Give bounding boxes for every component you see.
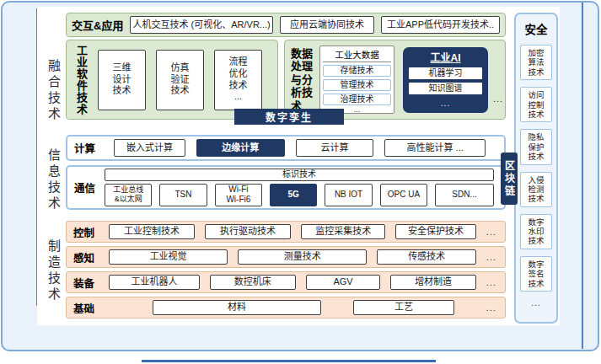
encryption-box: 加密 算法 技术 <box>520 45 552 80</box>
hpc-box: 高性能计算 ... <box>384 139 486 157</box>
side-label-mfg-tech: 制造技术 <box>44 228 62 315</box>
perception-more: ... <box>486 252 496 262</box>
software-boxes: 三维 设计 技术 仿真 验证 技术 流程 优化 技术 ... <box>98 50 262 110</box>
control-more: ... <box>486 227 496 237</box>
data-analysis-panel: 数据处理与分析技术 工业大数据 存储技术 管理技术 治理技术 ... 工业AI … <box>284 40 506 120</box>
cloud-collab-box: 应用云端协同技术 <box>280 16 374 34</box>
opcua-box: OPC UA <box>380 184 427 206</box>
digital-twin-bar: 数字孪生 <box>234 109 344 125</box>
right-accent-line <box>582 3 583 349</box>
simulation-box: 仿真 验证 技术 <box>156 50 204 110</box>
interaction-app-label: 交互&应用 <box>72 17 123 33</box>
signature-box: 数字 签名 技术 <box>520 256 552 292</box>
craft-process-box: 工艺 <box>353 300 454 315</box>
tsn-box: TSN <box>159 184 207 206</box>
industrial-robot-box: 工业机器人 <box>109 275 200 290</box>
compute-row: 计算 嵌入式计算 边缘计算 云计算 高性能计算 ... <box>66 135 506 161</box>
machine-learning-box: 机器学习 <box>409 67 482 79</box>
foundation-more: ... <box>486 302 496 313</box>
industrial-ai-title: 工业AI <box>409 50 482 64</box>
communication-boxes: 工业总线 &以太网 TSN Wi-Fi Wi-Fi6 5G NB IOT OPC… <box>105 184 494 206</box>
diagram-panel: 融合技术 信息技术 制造技术 交互&应用 人机交互技术 (可视化、AR/VR..… <box>37 7 560 325</box>
additive-mfg-box: 增材制造 <box>390 275 475 290</box>
data-panel-more: ... <box>493 94 503 119</box>
safety-protect-box: 安全保护技术 <box>395 224 476 239</box>
side-label-info-tech: 信息技术 <box>44 136 62 224</box>
hmi-tech-box: 人机交互技术 (可视化、AR/VR...) <box>130 16 272 34</box>
mgmt-tech-box: 管理技术 <box>323 79 391 91</box>
wifi-box: Wi-Fi Wi-Fi6 <box>215 184 262 206</box>
sdn-box: SDN... <box>435 184 494 206</box>
lowcode-app-box: 工业APP低代码开发技术.. <box>381 16 500 34</box>
communication-content: 标识技术 工业总线 &以太网 TSN Wi-Fi Wi-Fi6 5G NB IO… <box>103 165 504 211</box>
machine-vision-box: 工业视觉 <box>109 249 228 265</box>
foundation-row: 基础 材料 工艺 ... <box>66 297 506 318</box>
industrial-ai-more: ... <box>409 99 482 108</box>
communication-label: 通信 <box>74 179 103 195</box>
watermark-box: 数字 水印 技术 <box>520 214 552 249</box>
compute-label: 计算 <box>74 140 103 156</box>
big-data-group: 工业大数据 存储技术 管理技术 治理技术 ... <box>319 46 394 114</box>
sensing-box: 传感技术 <box>377 249 475 265</box>
privacy-protect-box: 隐私 保护 技术 <box>520 129 552 164</box>
id-tech-bar: 标识技术 <box>105 169 494 181</box>
governance-tech-box: 治理技术 <box>323 94 391 105</box>
industrial-software-label: 工业软件技术 <box>73 45 89 115</box>
embedded-compute-box: 嵌入式计算 <box>114 139 185 157</box>
data-analysis-label: 数据处理与分析技术 <box>291 47 316 113</box>
materials-box: 材料 <box>153 300 321 315</box>
monitoring-box: 监控采集技术 <box>301 224 385 239</box>
foundation-label: 基础 <box>73 300 99 316</box>
blockchain-tag: 区块链 <box>501 153 518 205</box>
big-data-title: 工业大数据 <box>323 47 391 62</box>
industrial-ai-box: 工业AI 机器学习 知识图谱 ... <box>403 47 488 113</box>
industrial-software-panel: 工业软件技术 三维 设计 技术 仿真 验证 技术 流程 优化 技术 ... <box>66 40 278 120</box>
edge-compute-box: 边缘计算 <box>196 139 284 157</box>
equipment-more: ... <box>486 277 496 287</box>
storage-tech-box: 存储技术 <box>323 65 391 77</box>
access-control-box: 访问 控制 技术 <box>520 87 552 122</box>
control-row: 控制 工业控制技术 执行驱动技术 监控采集技术 安全保护技术 ... <box>66 221 506 243</box>
measurement-box: 测量技术 <box>238 249 367 265</box>
security-column: 安全 加密 算法 技术 访问 控制 技术 隐私 保护 技术 入侵 检测 技术 数… <box>514 13 558 324</box>
drive-exec-box: 执行驱动技术 <box>205 224 291 239</box>
agv-box: AGV <box>306 275 381 290</box>
3d-design-box: 三维 设计 技术 <box>98 50 146 110</box>
security-more: ... <box>520 298 552 308</box>
perception-label: 感知 <box>73 249 99 265</box>
nbiot-box: NB IOT <box>325 184 372 206</box>
fieldbus-ethernet-box: 工业总线 &以太网 <box>105 184 152 206</box>
bottom-accent-line <box>142 360 436 362</box>
interaction-app-row: 交互&应用 人机交互技术 (可视化、AR/VR...) 应用云端协同技术 工业A… <box>66 13 506 37</box>
security-title: 安全 <box>520 20 552 37</box>
equipment-row: 装备 工业机器人 数控机床 AGV 增材制造 ... <box>66 271 506 293</box>
industrial-control-box: 工业控制技术 <box>109 224 195 239</box>
perception-row: 感知 工业视觉 测量技术 传感技术 ... <box>66 246 506 268</box>
cnc-machine-box: 数控机床 <box>210 275 295 290</box>
knowledge-graph-box: 知识图谱 <box>409 83 482 94</box>
equipment-label: 装备 <box>73 275 99 291</box>
side-label-fusion-tech: 融合技术 <box>44 47 62 135</box>
communication-row: 通信 标识技术 工业总线 &以太网 TSN Wi-Fi Wi-Fi6 5G NB… <box>66 165 506 210</box>
control-label: 控制 <box>73 224 99 240</box>
5g-box: 5G <box>270 184 317 206</box>
process-opt-box: 流程 优化 技术 ... <box>214 50 262 110</box>
intrusion-detect-box: 入侵 检测 技术 <box>520 172 552 207</box>
cloud-compute-box: 云计算 <box>296 139 374 157</box>
page: 融合技术 信息技术 制造技术 交互&应用 人机交互技术 (可视化、AR/VR..… <box>0 0 601 364</box>
